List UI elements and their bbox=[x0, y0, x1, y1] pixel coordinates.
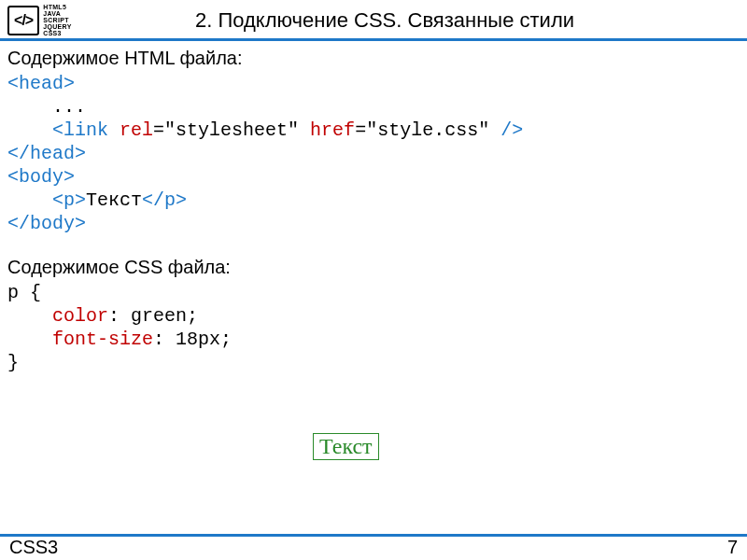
slide-content: Содержимое HTML файла: <head> ... <link … bbox=[0, 41, 747, 374]
logo-text: HTML5 JAVA SCRIPT JQUERY CSS3 bbox=[43, 4, 86, 36]
tag-head-open: <head> bbox=[7, 73, 75, 94]
tag-body-open: <body> bbox=[7, 166, 75, 188]
eq: = bbox=[153, 119, 164, 141]
css-prop-color: color bbox=[52, 305, 108, 327]
indent bbox=[7, 305, 52, 327]
indent bbox=[7, 189, 52, 211]
tag-body-close: </body> bbox=[7, 213, 86, 234]
code-ellipsis: ... bbox=[7, 96, 86, 118]
tag-p-close: </p> bbox=[142, 189, 187, 211]
val-href: "style.css" bbox=[366, 119, 489, 141]
css-code-block: p { color: green; font-size: 18px; } bbox=[7, 281, 740, 374]
indent bbox=[7, 119, 52, 141]
footer-left: CSS3 bbox=[9, 537, 58, 558]
logo-line: CSS3 bbox=[43, 30, 86, 36]
indent bbox=[7, 329, 52, 350]
html-section-label: Содержимое HTML файла: bbox=[7, 47, 740, 70]
css-fs-rest: : 18px; bbox=[153, 329, 232, 350]
sp bbox=[299, 119, 310, 141]
css-color-rest: : green; bbox=[108, 305, 198, 327]
css-section-label: Содержимое CSS файла: bbox=[7, 256, 740, 279]
tag-link-close: /> bbox=[489, 119, 523, 141]
eq: = bbox=[355, 119, 366, 141]
css-prop-font-size: font-size bbox=[52, 329, 153, 350]
tag-head-close: </head> bbox=[7, 143, 86, 164]
attr-rel: rel bbox=[120, 119, 153, 141]
tag-link-open: <link bbox=[52, 119, 120, 141]
p-text: Текст bbox=[86, 189, 142, 211]
attr-href: href bbox=[310, 119, 355, 141]
css-close: } bbox=[7, 352, 19, 373]
code-icon: </> bbox=[7, 6, 39, 35]
slide-header: </> HTML5 JAVA SCRIPT JQUERY CSS3 2. Под… bbox=[0, 0, 747, 38]
logo-line: JQUERY bbox=[43, 23, 86, 30]
slide-footer: CSS3 7 bbox=[0, 534, 747, 560]
val-rel: "stylesheet" bbox=[164, 119, 299, 141]
logo-line: HTML5 bbox=[43, 4, 86, 10]
html-code-block: <head> ... <link rel="stylesheet" href="… bbox=[7, 72, 740, 235]
footer-page-number: 7 bbox=[727, 537, 738, 558]
css-selector-open: p { bbox=[7, 282, 41, 303]
slide-title: 2. Подключение CSS. Связанные стили bbox=[86, 8, 740, 33]
logo-line: JAVA SCRIPT bbox=[43, 10, 86, 23]
rendered-output-box: Текст bbox=[313, 433, 379, 460]
tag-p-open: <p> bbox=[52, 189, 86, 211]
logo: </> HTML5 JAVA SCRIPT JQUERY CSS3 bbox=[7, 4, 86, 36]
